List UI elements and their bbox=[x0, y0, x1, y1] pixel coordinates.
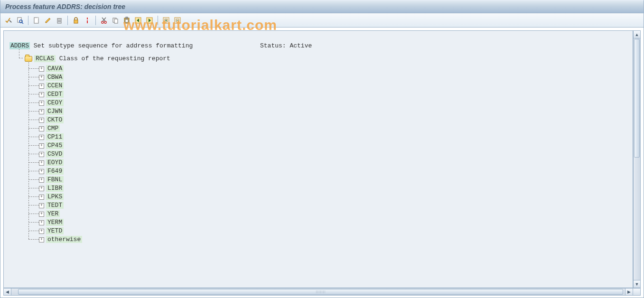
content-wrap: ADDRS Set subtype sequence for address f… bbox=[0, 28, 644, 298]
leaf-label: CKTO bbox=[46, 116, 64, 123]
expand-collapse-icon[interactable]: + bbox=[39, 186, 44, 191]
tree-leaf-node[interactable]: +YER bbox=[28, 209, 633, 218]
tree-leaf-node[interactable]: +CCEN bbox=[28, 81, 633, 90]
root-desc: Set subtype sequence for address formatt… bbox=[30, 42, 193, 49]
leaf-label: CJWN bbox=[46, 108, 64, 115]
tree-leaf-node[interactable]: +CMP bbox=[28, 124, 633, 132]
expand-icon[interactable] bbox=[161, 15, 171, 26]
svg-line-3 bbox=[22, 22, 23, 24]
svg-rect-8 bbox=[57, 18, 62, 19]
tree-leaf-node[interactable]: +CJWN bbox=[28, 107, 633, 115]
tree-root-node[interactable]: ADDRS Set subtype sequence for address f… bbox=[8, 42, 633, 49]
leaf-label: YETD bbox=[46, 227, 64, 234]
tree-leaf-node[interactable]: +YERM bbox=[28, 218, 633, 226]
expand-collapse-icon[interactable]: + bbox=[39, 84, 44, 89]
check-wrench-icon[interactable] bbox=[3, 15, 14, 26]
splitter-handle[interactable] bbox=[633, 289, 640, 295]
tree-leaf-node[interactable]: +CEOY bbox=[28, 98, 633, 107]
pencil-icon[interactable] bbox=[43, 15, 53, 26]
tree-leaf-node[interactable]: +EOYD bbox=[28, 158, 633, 167]
expand-collapse-icon[interactable]: + bbox=[39, 135, 44, 140]
lock-icon[interactable] bbox=[71, 15, 81, 26]
svg-marker-6 bbox=[46, 18, 50, 23]
folder-open-icon bbox=[25, 56, 32, 62]
expand-collapse-icon[interactable]: + bbox=[39, 229, 44, 234]
expand-collapse-icon[interactable]: + bbox=[39, 126, 44, 131]
copy-icon[interactable] bbox=[110, 15, 121, 26]
expand-collapse-icon[interactable]: + bbox=[39, 169, 44, 174]
titlebar: Process feature ADDRS: decision tree bbox=[0, 0, 644, 13]
leaf-label: CAVA bbox=[46, 65, 64, 72]
tree-leaf-node[interactable]: +CBWA bbox=[28, 73, 633, 81]
leaf-label: CBWA bbox=[46, 74, 64, 81]
trash-icon[interactable] bbox=[54, 15, 65, 26]
expand-collapse-icon[interactable]: + bbox=[39, 152, 44, 157]
leaf-label: EOYD bbox=[46, 159, 64, 166]
nav-right-icon[interactable] bbox=[144, 15, 155, 26]
expand-collapse-icon[interactable]: + bbox=[39, 101, 44, 106]
expand-collapse-icon[interactable]: + bbox=[39, 75, 44, 80]
expand-collapse-icon[interactable]: + bbox=[39, 160, 44, 166]
leaf-label: CP45 bbox=[46, 142, 64, 149]
leaf-label: otherwise bbox=[46, 236, 82, 243]
expand-collapse-icon[interactable]: + bbox=[39, 195, 44, 200]
scroll-thumb[interactable] bbox=[634, 39, 640, 158]
paste-icon[interactable] bbox=[121, 15, 132, 26]
expand-collapse-icon[interactable]: + bbox=[39, 66, 44, 72]
new-page-icon[interactable] bbox=[31, 15, 42, 26]
scroll-down-icon[interactable]: ▼ bbox=[634, 280, 640, 288]
expand-collapse-icon[interactable]: + bbox=[39, 203, 44, 208]
leaf-label: FBNL bbox=[46, 176, 64, 183]
vertical-scrollbar[interactable]: ▲ ▼ bbox=[633, 30, 641, 288]
root-key: ADDRS bbox=[9, 42, 30, 49]
tree-leaf-node[interactable]: +CP45 bbox=[28, 141, 633, 149]
svg-rect-0 bbox=[9, 20, 12, 23]
expand-collapse-icon[interactable]: + bbox=[39, 92, 44, 97]
svg-rect-23 bbox=[125, 19, 128, 22]
cut-icon[interactable] bbox=[99, 15, 109, 26]
leaf-label: CEDT bbox=[46, 91, 64, 98]
tree-level1-node[interactable]: RCLAS Class of the requesting report bbox=[25, 55, 633, 62]
horizontal-scrollbar[interactable]: ◀ ▶ bbox=[3, 288, 641, 296]
leaf-label: CP11 bbox=[46, 133, 64, 140]
expand-collapse-icon[interactable]: + bbox=[39, 143, 44, 149]
expand-collapse-icon[interactable]: + bbox=[39, 220, 44, 225]
expand-collapse-icon[interactable]: + bbox=[39, 237, 44, 242]
svg-rect-14 bbox=[87, 20, 88, 23]
level1-key: RCLAS bbox=[34, 55, 56, 62]
svg-point-15 bbox=[102, 21, 103, 23]
expand-collapse-icon[interactable]: + bbox=[39, 177, 44, 183]
leaf-label: LPKS bbox=[46, 193, 64, 200]
tree-leaf-node[interactable]: +FBNL bbox=[28, 175, 633, 184]
separator bbox=[67, 16, 68, 25]
info-icon[interactable] bbox=[82, 15, 93, 26]
expand-collapse-icon[interactable]: + bbox=[39, 109, 44, 114]
scroll-right-icon[interactable]: ▶ bbox=[625, 289, 633, 295]
tree-leaf-node[interactable]: +YETD bbox=[28, 226, 633, 235]
tree-leaf-node[interactable]: +LIBR bbox=[28, 184, 633, 192]
nav-left-icon[interactable] bbox=[133, 15, 143, 26]
tree-leaf-node[interactable]: +F649 bbox=[28, 167, 633, 175]
tree-leaf-node[interactable]: +otherwise bbox=[28, 235, 633, 243]
tree-area: ADDRS Set subtype sequence for address f… bbox=[3, 30, 633, 288]
leaf-label: CMP bbox=[46, 125, 60, 132]
tree-leaf-node[interactable]: +CSVD bbox=[28, 149, 633, 158]
separator bbox=[158, 16, 158, 25]
tree-leaf-node[interactable]: +CAVA bbox=[28, 64, 633, 73]
scroll-up-icon[interactable]: ▲ bbox=[634, 31, 640, 38]
tree-leaf-node[interactable]: +CKTO bbox=[28, 115, 633, 124]
scroll-thumb-h[interactable] bbox=[18, 289, 623, 295]
scroll-left-icon[interactable]: ◀ bbox=[4, 289, 11, 295]
status: Status: Active bbox=[260, 42, 312, 49]
tree-leaf-node[interactable]: +LPKS bbox=[28, 192, 633, 201]
svg-line-18 bbox=[102, 18, 105, 21]
tree-leaf-node[interactable]: +CEDT bbox=[28, 90, 633, 98]
collapse-icon[interactable] bbox=[172, 15, 183, 26]
tree-leaf-node[interactable]: +CP11 bbox=[28, 132, 633, 141]
tree-leaf-node[interactable]: +TEDT bbox=[28, 201, 633, 209]
svg-rect-12 bbox=[74, 20, 78, 23]
search-doc-icon[interactable] bbox=[15, 15, 25, 26]
expand-collapse-icon[interactable]: + bbox=[39, 212, 44, 217]
expand-collapse-icon[interactable]: + bbox=[39, 118, 44, 123]
window-title: Process feature ADDRS: decision tree bbox=[5, 3, 125, 10]
